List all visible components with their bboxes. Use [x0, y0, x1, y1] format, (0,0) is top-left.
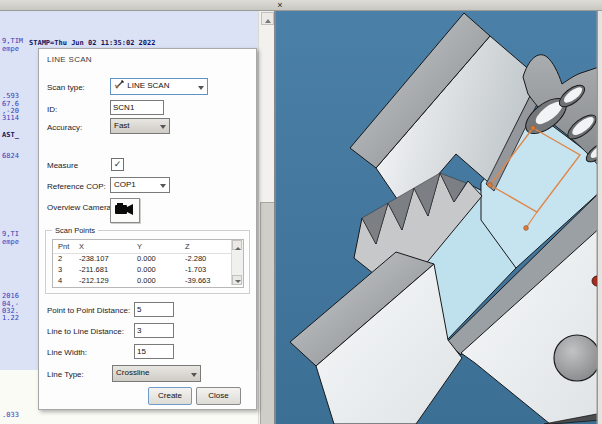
- table-row[interactable]: 3 -211.681 0.000 -1.703: [53, 264, 231, 275]
- code-fragment: AST_: [2, 131, 19, 139]
- code-fragment: 3114: [2, 114, 19, 122]
- measure-label: Measure: [47, 161, 78, 170]
- chevron-down-icon: [198, 86, 204, 93]
- table-row[interactable]: 4 -212.129 0.000 -39.663: [53, 275, 231, 286]
- create-button[interactable]: Create: [148, 387, 192, 405]
- line-scan-dialog: LINE SCAN Scan type: LINE SCAN ID: Accur…: [38, 48, 257, 410]
- code-fragment: 1.22: [2, 314, 19, 322]
- scrollbar-thumb[interactable]: [260, 202, 275, 424]
- camera-icon: [111, 199, 137, 220]
- scan-points-table[interactable]: Pnt X Y Z 2 -238.107 0.000 -2.280 3 -211…: [52, 239, 244, 288]
- code-fragment: .593: [2, 92, 19, 100]
- line-type-label: Line Type:: [47, 370, 84, 379]
- check-icon: ✓: [114, 159, 122, 169]
- id-input[interactable]: [110, 100, 164, 115]
- chevron-down-icon: [191, 373, 197, 380]
- reference-cop-label: Reference COP:: [47, 182, 106, 191]
- scan-type-combo[interactable]: LINE SCAN: [110, 78, 208, 95]
- accuracy-label: Accuracy:: [47, 123, 82, 132]
- overview-camera-label: Overview Camera:: [47, 203, 113, 212]
- dialog-title: LINE SCAN: [47, 55, 92, 64]
- point-to-point-input[interactable]: [134, 302, 174, 317]
- line-to-line-input[interactable]: [134, 323, 174, 338]
- table-header: Pnt X Y Z: [53, 240, 231, 254]
- code-fragment: empe: [2, 45, 19, 53]
- chevron-down-icon: [160, 125, 166, 132]
- editor-scrollbar[interactable]: [258, 10, 275, 424]
- reference-cop-value: COP1: [114, 180, 136, 189]
- accuracy-value: Fast: [114, 121, 130, 130]
- line-to-line-label: Line to Line Distance:: [47, 327, 124, 336]
- line-type-value: Crossline: [116, 368, 149, 377]
- code-fragment-timestamp: STAMP=Thu Jun 02 11:35:02 2022: [29, 39, 155, 47]
- line-width-input[interactable]: [134, 344, 174, 359]
- chevron-down-icon: [160, 184, 166, 191]
- code-fragment: .033: [2, 411, 19, 419]
- cad-viewport[interactable]: [276, 0, 602, 424]
- accuracy-combo[interactable]: Fast: [110, 118, 170, 134]
- point-to-point-label: Point to Point Distance:: [47, 306, 130, 315]
- drilled-hole: [554, 335, 600, 381]
- line-width-label: Line Width:: [47, 348, 87, 357]
- reference-cop-combo[interactable]: COP1: [110, 177, 170, 193]
- code-fragment: 9,TI: [2, 230, 19, 238]
- close-button[interactable]: Close: [196, 387, 241, 405]
- scan-type-label: Scan type:: [47, 83, 85, 92]
- close-icon[interactable]: ×: [274, 0, 286, 10]
- app-window: { "window": { "icons": { "close": "×", "…: [0, 0, 602, 424]
- cad-part-rendering: [276, 0, 602, 424]
- scan-type-value: LINE SCAN: [127, 81, 169, 90]
- code-fragment: 9,TIM: [2, 37, 23, 45]
- table-row[interactable]: 2 -238.107 0.000 -2.280: [53, 253, 231, 264]
- scroll-up-arrow-icon[interactable]: [261, 12, 274, 25]
- scroll-down-arrow-icon[interactable]: [232, 275, 242, 285]
- code-fragment: empe: [2, 238, 19, 246]
- code-fragment: 2016: [2, 292, 19, 300]
- line-scan-icon: [114, 79, 125, 90]
- scan-points-group: Scan Points Pnt X Y Z 2 -238.107 0.000 -…: [45, 230, 250, 294]
- scan-points-legend: Scan Points: [52, 226, 98, 235]
- scroll-up-arrow-icon[interactable]: [232, 240, 242, 250]
- line-type-combo[interactable]: Crossline: [112, 365, 201, 382]
- window-top-strip: ×: [0, 0, 602, 11]
- measure-checkbox[interactable]: ✓: [111, 158, 124, 171]
- id-label: ID:: [47, 105, 57, 114]
- table-scrollbar[interactable]: [231, 240, 243, 285]
- window-right-strip: [597, 0, 602, 424]
- code-fragment: 6824: [2, 152, 19, 160]
- overview-camera-button[interactable]: [110, 198, 140, 223]
